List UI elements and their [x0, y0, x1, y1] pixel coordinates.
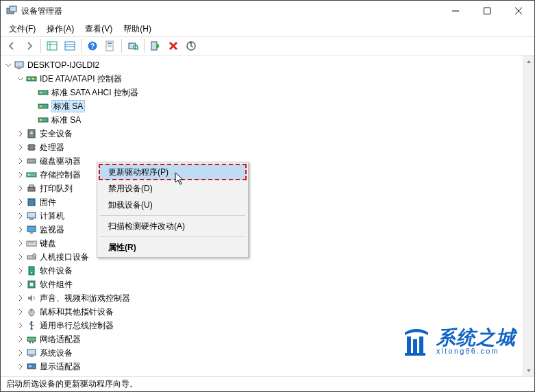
scroll-track[interactable] [523, 67, 534, 365]
expand-icon[interactable] [16, 211, 25, 221]
svg-text:?: ? [90, 42, 95, 50]
statusbar: 启动所选设备的更新驱动程序向导。 [1, 376, 534, 391]
svg-rect-70 [29, 341, 31, 343]
tree-printq[interactable]: 打印队列 [1, 182, 523, 195]
ctx-disable-device[interactable]: 禁用设备(D) [99, 180, 247, 197]
ctx-separator [100, 215, 245, 216]
scroll-down-button[interactable] [523, 365, 534, 376]
ctx-properties[interactable]: 属性(R) [99, 239, 247, 256]
tree-computer[interactable]: 计算机 [1, 209, 523, 223]
toolbar-update-button[interactable] [183, 38, 199, 54]
svg-rect-3 [484, 8, 490, 14]
tree-root[interactable]: DESKTOP-IJGLDI2 [1, 58, 523, 72]
tree-item-label: 鼠标和其他指针设备 [40, 306, 114, 318]
svg-rect-68 [31, 328, 33, 330]
toolbar-separator-4 [144, 39, 145, 53]
tree-root-label: DESKTOP-IJGLDI2 [27, 60, 99, 70]
tree-cpu[interactable]: 处理器 [1, 140, 523, 154]
expand-icon[interactable] [16, 74, 25, 84]
window-title: 设备管理器 [21, 5, 440, 17]
controller-icon [26, 73, 37, 84]
watermark-logo-icon [401, 326, 432, 357]
toolbar-back-button[interactable] [3, 38, 20, 54]
expand-icon[interactable] [16, 170, 25, 180]
tree-swcomp[interactable]: 软件组件 [1, 278, 523, 291]
tree-swdev[interactable]: 软件设备 [1, 264, 523, 278]
tree-keyboard[interactable]: 键盘 [1, 236, 523, 250]
svg-rect-25 [15, 62, 23, 67]
tree-item-label: 标准 SATA AHCI 控制器 [51, 87, 138, 99]
svg-rect-26 [17, 68, 21, 69]
cpu-icon [26, 142, 37, 153]
expand-icon[interactable] [16, 280, 25, 289]
expand-icon[interactable] [16, 225, 25, 234]
toolbar-help-button[interactable]: ? [84, 38, 101, 54]
tree-firmware[interactable]: 固件 [1, 195, 523, 209]
tree-ide-child-1[interactable]: 标准 SATA AHCI 控制器 [1, 86, 523, 99]
toolbar-properties-button[interactable] [102, 38, 119, 54]
menu-action[interactable]: 操作(A) [41, 22, 79, 36]
ctx-scan-hardware[interactable]: 扫描检测硬件改动(A) [99, 218, 247, 234]
system-icon [26, 347, 37, 358]
expand-icon[interactable] [16, 348, 25, 358]
ctx-update-driver[interactable]: 更新驱动程序(P) [99, 164, 247, 180]
tree-hid[interactable]: 人机接口设备 [1, 250, 523, 264]
svg-point-59 [33, 254, 36, 258]
expand-icon[interactable] [16, 334, 25, 344]
expand-icon[interactable] [16, 293, 25, 303]
expand-icon[interactable] [16, 143, 25, 152]
vertical-scrollbar[interactable] [523, 56, 534, 376]
toolbar-show-hidden-button[interactable] [44, 38, 60, 54]
tree-monitor[interactable]: 监视器 [1, 223, 523, 236]
expand-icon[interactable] [16, 266, 25, 275]
tree-disk[interactable]: 磁盘驱动器 [1, 154, 523, 168]
tree-display[interactable]: 显示适配器 [1, 360, 523, 373]
tree-mouse[interactable]: 鼠标和其他指针设备 [1, 305, 523, 319]
tree-audio[interactable]: 声音、视频和游戏控制器 [1, 291, 523, 305]
tree-ide-child-3[interactable]: 标准 SA [1, 113, 523, 127]
disk-icon [26, 156, 37, 167]
menu-file[interactable]: 文件(F) [3, 22, 41, 36]
expand-icon[interactable] [16, 129, 25, 138]
security-icon [26, 128, 37, 139]
maximize-button[interactable] [471, 1, 503, 21]
tree-ide[interactable]: IDE ATA/ATAPI 控制器 [1, 72, 523, 86]
toolbar-enable-button[interactable] [147, 38, 164, 54]
expand-icon[interactable] [16, 197, 25, 207]
scroll-up-button[interactable] [523, 56, 534, 67]
device-tree[interactable]: DESKTOP-IJGLDI2 IDE ATA/ATAPI 控制器 标准 SAT… [1, 56, 523, 376]
expand-icon[interactable] [16, 184, 25, 193]
close-button[interactable] [503, 1, 534, 21]
minimize-button[interactable] [440, 1, 471, 21]
svg-rect-33 [40, 106, 42, 107]
expand-icon[interactable] [16, 156, 25, 166]
expand-icon[interactable] [16, 238, 25, 248]
expand-icon[interactable] [16, 307, 25, 317]
tree-ide-child-2-selected[interactable]: 标准 SA [1, 99, 523, 113]
tree-item-label: 计算机 [40, 210, 64, 222]
menu-help[interactable]: 帮助(H) [118, 22, 157, 36]
svg-point-61 [31, 272, 32, 273]
tree-item-label: 监视器 [40, 224, 64, 236]
svg-rect-49 [28, 199, 35, 206]
expand-icon[interactable] [16, 362, 25, 371]
keyboard-icon [26, 238, 37, 249]
tree-item-label: 安全设备 [40, 128, 73, 140]
toolbar-forward-button[interactable] [21, 38, 38, 54]
toolbar-uninstall-button[interactable] [165, 38, 182, 54]
ctx-uninstall-device[interactable]: 卸载设备(U) [99, 197, 247, 213]
tree-item-label: 存储控制器 [40, 169, 81, 181]
expand-icon[interactable] [3, 60, 13, 70]
menu-view[interactable]: 查看(V) [79, 22, 118, 36]
tree-storage[interactable]: 存储控制器 [1, 168, 523, 182]
expand-icon[interactable] [16, 321, 25, 330]
cursor-icon [175, 172, 186, 188]
toolbar-scan-button[interactable] [125, 38, 141, 54]
svg-rect-55 [28, 243, 29, 243]
svg-rect-28 [28, 78, 30, 79]
expand-icon[interactable] [16, 252, 25, 262]
toolbar-details-button[interactable] [62, 38, 78, 54]
tree-security[interactable]: 安全设备 [1, 127, 523, 140]
component-icon [26, 279, 37, 290]
firmware-icon [26, 197, 37, 208]
